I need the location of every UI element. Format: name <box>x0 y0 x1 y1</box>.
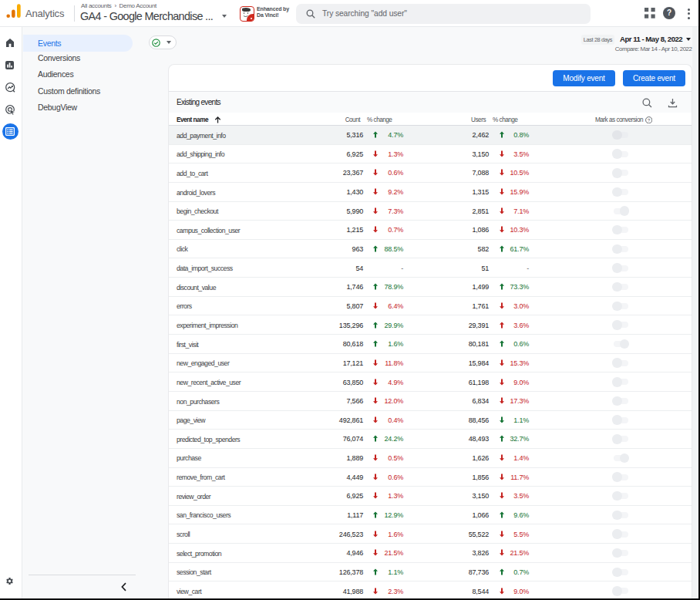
svg-text:?: ? <box>648 117 651 122</box>
